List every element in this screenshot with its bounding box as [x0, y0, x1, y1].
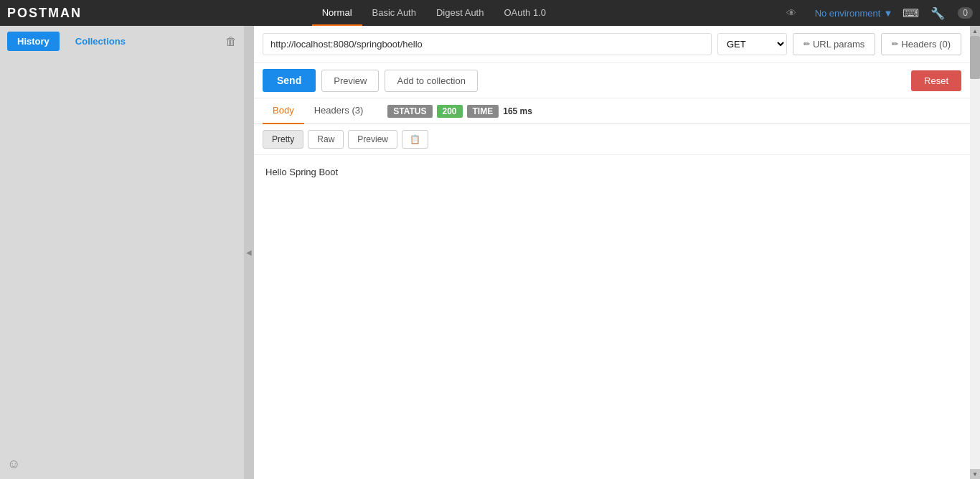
user-icon[interactable]: ☺ [7, 457, 20, 472]
request-panel: GET POST PUT DELETE PATCH HEAD OPTIONS ✏… [254, 26, 970, 479]
tab-basic-auth[interactable]: Basic Auth [362, 0, 426, 26]
response-tabs: Body Headers (3) STATUS 200 TIME 165 ms [254, 98, 970, 124]
raw-button[interactable]: Raw [308, 130, 344, 149]
url-params-button[interactable]: ✏ URL params [793, 33, 875, 55]
chevron-down-icon: ▼ [883, 8, 892, 19]
sidebar-bottom: ☺ [0, 450, 244, 479]
url-bar: GET POST PUT DELETE PATCH HEAD OPTIONS ✏… [254, 26, 970, 63]
status-code: 200 [437, 105, 463, 118]
time-label: TIME [467, 105, 499, 118]
notifications-badge[interactable]: 0 [958, 7, 973, 19]
eye-icon[interactable]: 👁 [786, 7, 796, 19]
preview-button[interactable]: Preview [321, 70, 379, 92]
response-body: Hello Spring Boot [254, 155, 970, 479]
copy-icon: 📋 [410, 134, 420, 144]
wrench-icon[interactable]: 🔧 [928, 5, 948, 22]
environment-label: No environment [815, 8, 881, 19]
preview-format-button[interactable]: Preview [348, 130, 397, 149]
tab-body[interactable]: Body [263, 98, 304, 124]
tab-digest-auth[interactable]: Digest Auth [426, 0, 494, 26]
environment-selector[interactable]: No environment ▼ [815, 8, 893, 19]
collapse-icon: ◀ [246, 248, 252, 256]
status-label: STATUS [387, 105, 432, 118]
format-bar: Pretty Raw Preview 📋 [254, 124, 970, 155]
sidebar-content [0, 57, 244, 450]
scrollbar[interactable]: ▲ ▼ [970, 26, 980, 479]
time-value: 165 ms [503, 106, 532, 116]
scroll-up-arrow[interactable]: ▲ [970, 26, 980, 36]
collapse-sidebar-button[interactable]: ◀ [244, 26, 254, 479]
headers-label: Headers (0) [901, 39, 951, 50]
headers-button[interactable]: ✏ Headers (0) [881, 33, 961, 55]
scroll-down-arrow[interactable]: ▼ [970, 469, 980, 479]
sidebar: History Collections 🗑 ☺ [0, 26, 244, 479]
scrollbar-thumb[interactable] [970, 36, 980, 79]
trash-icon[interactable]: 🗑 [225, 35, 237, 48]
app-logo: POSTMAN [7, 6, 82, 21]
method-select[interactable]: GET POST PUT DELETE PATCH HEAD OPTIONS [717, 33, 787, 55]
status-badge: STATUS 200 TIME 165 ms [387, 105, 532, 118]
action-bar: Send Preview Add to collection Reset [254, 63, 970, 98]
url-input[interactable] [263, 33, 712, 55]
keyboard-icon[interactable]: ⌨ [900, 5, 922, 22]
send-button[interactable]: Send [263, 69, 316, 92]
topbar-right: 👁 No environment ▼ [786, 7, 893, 19]
url-params-label: URL params [813, 39, 864, 50]
tab-normal[interactable]: Normal [312, 0, 362, 26]
reset-button[interactable]: Reset [911, 70, 961, 91]
add-to-collection-button[interactable]: Add to collection [385, 70, 477, 92]
auth-tabs-bar: Normal Basic Auth Digest Auth OAuth 1.0 [312, 0, 556, 26]
pretty-button[interactable]: Pretty [263, 130, 303, 149]
topbar: POSTMAN Normal Basic Auth Digest Auth OA… [0, 0, 980, 26]
tab-oauth1[interactable]: OAuth 1.0 [494, 0, 556, 26]
edit-icon-2: ✏ [892, 39, 898, 49]
response-content: Hello Spring Boot [265, 167, 338, 177]
copy-button[interactable]: 📋 [402, 130, 428, 149]
main-layout: History Collections 🗑 ☺ ◀ GET POST PUT D… [0, 26, 980, 479]
scrollbar-track[interactable] [970, 36, 980, 469]
history-tab[interactable]: History [7, 32, 60, 51]
collections-tab[interactable]: Collections [65, 32, 136, 51]
tab-headers[interactable]: Headers (3) [304, 98, 374, 124]
topbar-icons: ⌨ 🔧 0 [900, 5, 973, 22]
sidebar-tabs: History Collections 🗑 [0, 26, 244, 57]
edit-icon: ✏ [804, 39, 810, 49]
